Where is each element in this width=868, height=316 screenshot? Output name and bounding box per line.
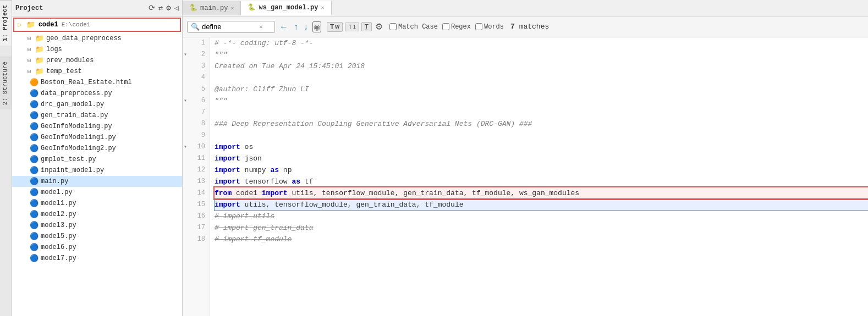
py-icon: 🔵 — [30, 221, 39, 230]
regex-checkbox[interactable] — [442, 23, 449, 30]
collapse-icon[interactable]: ◁ — [174, 3, 179, 13]
item-label: drc_gan_model.py — [41, 101, 104, 108]
item-label: Boston_Real_Estate.html — [41, 79, 132, 86]
code-line-5: @author: Cliff Zhuo LI — [215, 84, 868, 95]
line-num-3: 3 — [183, 60, 210, 72]
tab-ws-gan[interactable]: 🐍 ws_gan_model.py ✕ — [241, 1, 331, 15]
comment-text: # import tf_module — [215, 235, 292, 243]
tree-item-inpaint[interactable]: 🔵 inpaint_model.py — [12, 165, 182, 176]
py-icon: 🔵 — [30, 100, 39, 109]
tree-item-gen-train[interactable]: 🔵 gen_train_data.py — [12, 110, 182, 121]
regex-option[interactable]: Regex — [442, 23, 471, 31]
py-icon: 🔵 — [30, 111, 39, 120]
line-numbers: 1 2 3 4 5 6 7 8 9 10 11 12 13 14 15 16 1… — [183, 37, 210, 316]
refresh-icon[interactable]: ⟳ — [149, 3, 155, 13]
plain-text: utils, tensorflow_module, gen_train_data… — [288, 189, 580, 197]
keyword: import — [215, 178, 240, 186]
tree-item-model6[interactable]: 🔵 model6.py — [12, 242, 182, 253]
item-label: GeoInfoModeling1.py — [41, 134, 116, 141]
py-icon: 🔵 — [30, 89, 39, 98]
plain-text: tensorflow — [240, 178, 292, 186]
py-icon: 🔵 — [30, 122, 39, 131]
highlight-icon[interactable]: ◉ — [312, 21, 321, 32]
item-label: model3.py — [41, 221, 76, 229]
tree-item-main[interactable]: 🔵 main.py — [12, 176, 182, 187]
words-checkbox[interactable] — [475, 23, 482, 30]
tree-item-model3[interactable]: 🔵 model3.py — [12, 220, 182, 231]
item-label: logs — [46, 46, 62, 53]
tab-close-btn[interactable]: ✕ — [230, 5, 234, 12]
tab-close-btn[interactable]: ✕ — [321, 4, 324, 11]
match-case-option[interactable]: Match Case — [389, 23, 438, 31]
code-line-13: import tensorflow as tf — [215, 176, 868, 187]
tree-item-prev-modules[interactable]: ⊞ 📁 prev_modules — [12, 55, 182, 66]
match-number: 7 — [510, 23, 515, 31]
tree-item-model[interactable]: 🔵 model.py — [12, 187, 182, 198]
keyword: import — [215, 143, 240, 151]
search-magnifier-icon: 🔍 — [191, 23, 200, 31]
item-label: model6.py — [41, 243, 76, 251]
comment-text: # import gen_train_data — [215, 224, 313, 232]
comment-text: # -*- coding: utf-8 -*- — [215, 39, 313, 47]
search-nav-down[interactable]: ↓ — [303, 22, 309, 32]
matches-label: matches — [519, 23, 550, 31]
code-lines[interactable]: # -*- coding: utf-8 -*- """ Created on T… — [210, 37, 868, 316]
search-bar: 🔍 ✕ ← ↑ ↓ ◉ Tw T1 T̲ ⚙ Match Case Regex — [183, 16, 868, 37]
tab-py-icon: 🐍 — [248, 3, 256, 12]
line-num-7: 7 — [183, 107, 210, 118]
tree-item-model1[interactable]: 🔵 model1.py — [12, 198, 182, 209]
tree-item-gmplot[interactable]: 🔵 gmplot_test.py — [12, 154, 182, 165]
side-tabs: 1: Project 2: Structure — [0, 0, 12, 316]
tree-item-geo-data[interactable]: ⊞ 📁 geo_data_preprocess — [12, 33, 182, 44]
tree-item-geo-info1[interactable]: 🔵 GeoInfoModeling1.py — [12, 132, 182, 143]
line-num-11: 11 — [183, 153, 210, 164]
tree-item-data-preprocess[interactable]: 🔵 data_preprocess.py — [12, 88, 182, 99]
match-case-checkbox[interactable] — [389, 23, 397, 30]
tree-item-drc-gan[interactable]: 🔵 drc_gan_model.py — [12, 99, 182, 110]
search-nav-up[interactable]: ↑ — [293, 22, 299, 32]
keyword: from — [215, 189, 232, 197]
comment-text: # import utils — [215, 212, 274, 220]
tree-item-model7[interactable]: 🔵 model7.py — [12, 253, 182, 264]
search-nav-left[interactable]: ← — [278, 22, 289, 32]
py-icon: 🔵 — [30, 232, 39, 241]
plain-text: code1 — [232, 189, 262, 197]
tree-item-model2[interactable]: 🔵 model2.py — [12, 209, 182, 220]
settings-icon[interactable]: ⚙ — [166, 3, 171, 13]
match-subscript-btn[interactable]: T1 — [345, 23, 359, 31]
regex-label: Regex — [451, 23, 471, 31]
expand-icon: ⊞ — [28, 57, 35, 64]
code-line-4 — [215, 72, 868, 84]
expand-icon: ⊞ — [28, 46, 35, 53]
structure-tab[interactable]: 2: Structure — [0, 57, 12, 109]
tree-item-temp-test[interactable]: ⊞ 📁 temp_test — [12, 66, 182, 77]
clear-icon[interactable]: ✕ — [259, 23, 263, 30]
line-num-15: 15 — [183, 199, 210, 210]
search-input[interactable] — [202, 23, 257, 31]
line-num-4: 4 — [183, 72, 210, 84]
item-label: model2.py — [41, 210, 76, 218]
panel-header-icons: ⟳ ⇄ ⚙ ◁ — [149, 3, 179, 13]
search-options: Match Case Regex Words — [389, 23, 504, 31]
tree-item-geo-info2[interactable]: 🔵 GeoInfoModeling2.py — [12, 143, 182, 154]
keyword: as — [292, 178, 300, 186]
project-root[interactable]: ▷ 📁 code1 E:\code1 — [13, 18, 181, 32]
tree-item-logs[interactable]: ⊞ 📁 logs — [12, 44, 182, 55]
match-words-btn-t[interactable]: Tw — [327, 22, 343, 32]
project-tab[interactable]: 1: Project — [0, 0, 12, 46]
tree-item-model5[interactable]: 🔵 model5.py — [12, 231, 182, 242]
code-line-3: Created on Tue Apr 24 15:45:01 2018 — [215, 60, 868, 72]
tab-main-py[interactable]: 🐍 main.py ✕ — [183, 1, 241, 15]
match-count: 7 matches — [510, 23, 549, 31]
code-area[interactable]: 1 2 3 4 5 6 7 8 9 10 11 12 13 14 15 16 1… — [183, 37, 868, 316]
code-line-1: # -*- coding: utf-8 -*- — [215, 37, 868, 49]
tree-item-geo-info[interactable]: 🔵 GeoInfoModeling.py — [12, 121, 182, 132]
panel-title: Project — [15, 4, 43, 12]
sync-icon[interactable]: ⇄ — [158, 3, 163, 13]
code-line-18: # import tf_module — [215, 234, 868, 245]
match-case-label: Match Case — [398, 23, 438, 31]
match-other-btn[interactable]: T̲ — [361, 22, 372, 31]
tree-item-boston[interactable]: 🟠 Boston_Real_Estate.html — [12, 77, 182, 88]
search-settings-btn[interactable]: ⚙ — [375, 21, 383, 32]
words-option[interactable]: Words — [475, 23, 504, 31]
